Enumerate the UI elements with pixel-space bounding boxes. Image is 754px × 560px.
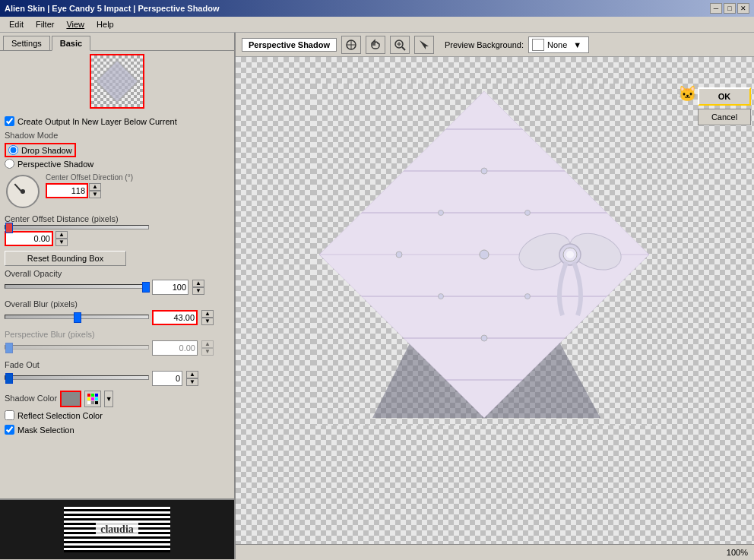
svg-rect-6 — [87, 401, 90, 404]
distance-input[interactable] — [5, 231, 53, 246]
cancel-button[interactable]: Cancel — [698, 109, 751, 125]
direction-area: Center Offset Direction (°) ▲ ▼ — [5, 173, 230, 210]
cursor-tool-btn[interactable] — [341, 36, 361, 54]
opacity-slider-track[interactable] — [5, 284, 149, 289]
svg-line-13 — [402, 47, 405, 50]
direction-spinner: ▲ ▼ — [46, 183, 230, 198]
create-output-row: Create Output In New Layer Below Current — [5, 116, 230, 126]
svg-point-77 — [525, 294, 531, 299]
menu-help[interactable]: Help — [90, 18, 120, 30]
shadow-color-label: Shadow Color — [5, 394, 57, 403]
drop-shadow-option[interactable]: Drop Shadow — [5, 143, 76, 157]
perspective-shadow-row: Perspective Shadow — [5, 159, 230, 169]
tabs-bar: Settings Basic — [0, 33, 234, 51]
distance-down[interactable]: ▼ — [55, 239, 68, 246]
shadow-mode-label: Shadow Mode — [5, 131, 230, 140]
status-bar: 100% — [236, 544, 754, 559]
fade-out-label: Fade Out — [5, 360, 230, 369]
svg-marker-16 — [420, 40, 429, 49]
shadow-mode-group: Drop Shadow Perspective Shadow — [5, 143, 230, 169]
distance-input-row: ▲ ▼ — [5, 231, 230, 246]
svg-point-70 — [481, 168, 487, 174]
svg-rect-0 — [87, 394, 90, 397]
svg-rect-3 — [87, 397, 90, 400]
perspective-shadow-radio[interactable] — [5, 159, 14, 169]
svg-point-82 — [566, 251, 574, 258]
blur-down[interactable]: ▼ — [201, 318, 214, 325]
arrow-tool-btn[interactable] — [414, 36, 434, 54]
fade-out-row: Fade Out ▲ ▼ — [5, 360, 230, 386]
hand-tool-btn[interactable] — [366, 36, 385, 54]
shadow-color-swatch[interactable] — [60, 391, 81, 407]
menu-edit[interactable]: Edit — [3, 18, 30, 30]
perspective-blur-label: Perspective Blur (pixels) — [5, 330, 230, 339]
blur-slider-track[interactable] — [5, 315, 149, 319]
minimize-button[interactable]: ─ — [710, 3, 722, 14]
blur-row: Overall Blur (pixels) ▲ ▼ — [5, 299, 230, 325]
menu-filter[interactable]: Filter — [30, 18, 60, 30]
opacity-label: Overall Opacity — [5, 269, 230, 278]
direction-up[interactable]: ▲ — [89, 183, 101, 191]
zoom-level: 100% — [727, 548, 748, 557]
title-controls: ─ □ ✕ — [710, 3, 749, 14]
opacity-up[interactable]: ▲ — [192, 280, 204, 287]
fade-out-input[interactable] — [152, 371, 182, 386]
opacity-slider-thumb[interactable] — [142, 282, 150, 293]
mask-selection-row: Mask Selection — [5, 425, 230, 435]
canvas-area[interactable]: 🐱 OK Cancel — [236, 57, 754, 544]
perspective-blur-up: ▲ — [201, 340, 214, 348]
distance-slider-thumb[interactable] — [5, 223, 13, 233]
distance-slider-track[interactable] — [5, 225, 149, 229]
close-button[interactable]: ✕ — [737, 3, 749, 14]
direction-controls: Center Offset Direction (°) ▲ ▼ — [46, 173, 230, 201]
mask-selection-checkbox[interactable] — [5, 425, 14, 435]
color-grid-btn[interactable] — [84, 391, 101, 407]
create-output-checkbox[interactable] — [5, 116, 14, 126]
blur-slider-thumb[interactable] — [74, 312, 81, 323]
color-dropdown-arrow[interactable]: ▼ — [104, 391, 113, 407]
svg-point-75 — [525, 210, 531, 216]
svg-point-74 — [439, 210, 444, 216]
fade-out-slider-track[interactable] — [5, 375, 149, 380]
maximize-button[interactable]: □ — [724, 3, 736, 14]
opacity-down[interactable]: ▼ — [192, 287, 204, 295]
canvas-title-tab: Perspective Shadow — [242, 38, 337, 52]
title-bar: Alien Skin | Eye Candy 5 Impact | Perspe… — [0, 0, 754, 17]
tab-settings[interactable]: Settings — [3, 36, 50, 50]
svg-point-69 — [480, 250, 489, 259]
preview-bg-select[interactable]: None ▼ — [528, 36, 589, 53]
zoom-tool-btn[interactable] — [390, 36, 410, 54]
drop-shadow-radio[interactable] — [8, 145, 18, 155]
quilted-image-svg — [312, 84, 657, 426]
blur-input[interactable] — [152, 310, 198, 325]
ok-icon: 🐱 — [678, 84, 697, 103]
direction-arrows: ▲ ▼ — [89, 183, 101, 198]
svg-rect-8 — [95, 401, 98, 404]
window-title: Alien Skin | Eye Candy 5 Impact | Perspe… — [5, 4, 219, 13]
opacity-input[interactable] — [152, 280, 188, 295]
fade-out-down[interactable]: ▼ — [186, 378, 198, 386]
striped-banner: claudia — [64, 507, 170, 552]
reset-bounding-box-btn[interactable]: Reset Bounding Box — [5, 251, 126, 266]
panel-content: Create Output In New Layer Below Current… — [0, 112, 234, 498]
tab-basic[interactable]: Basic — [52, 36, 90, 51]
svg-rect-4 — [91, 397, 94, 400]
create-output-label: Create Output In New Layer Below Current — [17, 117, 177, 126]
ok-button[interactable]: OK — [698, 87, 751, 106]
canvas-image-container — [312, 84, 657, 426]
direction-dial[interactable] — [5, 173, 41, 210]
svg-point-71 — [481, 335, 487, 341]
direction-label: Center Offset Direction (°) — [46, 173, 230, 182]
perspective-blur-input — [152, 340, 198, 356]
perspective-blur-thumb — [5, 343, 13, 353]
fade-out-up[interactable]: ▲ — [186, 371, 198, 378]
menu-view[interactable]: View — [60, 18, 90, 30]
direction-down[interactable]: ▼ — [89, 191, 101, 198]
reflect-selection-checkbox[interactable] — [5, 410, 14, 420]
fade-out-thumb[interactable] — [5, 373, 13, 384]
blur-up[interactable]: ▲ — [201, 310, 214, 318]
direction-input[interactable] — [46, 183, 88, 198]
canvas-header: Perspective Shadow Preview Background: N… — [236, 33, 754, 57]
preview-bg-value: None — [547, 40, 567, 49]
distance-up[interactable]: ▲ — [55, 231, 68, 239]
